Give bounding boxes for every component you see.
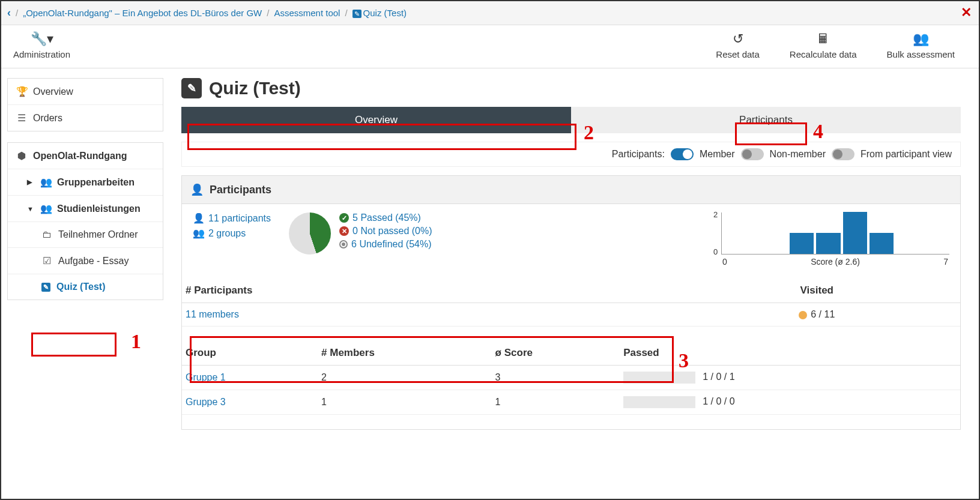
administration-button[interactable]: 🔧▾ Administration — [13, 31, 70, 59]
tab-participants[interactable]: Participants — [571, 107, 961, 133]
col-visited: Visited — [674, 279, 960, 303]
legend-passed-text: 5 Passed (45%) — [352, 212, 421, 223]
sidebar-course-label: OpenOlat-Rundgang — [33, 151, 127, 161]
members-cell: 1 — [318, 390, 492, 415]
back-chevron-icon[interactable]: ‹ — [7, 7, 11, 19]
recalculate-button[interactable]: 🖩 Recalculate data — [790, 31, 857, 59]
group-link[interactable]: Gruppe 1 — [186, 372, 226, 382]
sidebar-course-root[interactable]: ⬢ OpenOlat-Rundgang — [8, 143, 163, 169]
progress-bar — [623, 372, 695, 384]
participants-panel: 👤 Participants 👤 11 participants 👥 2 gro… — [181, 175, 961, 430]
members-link[interactable]: 11 members — [186, 309, 239, 319]
passed-cell: 1 / 0 / 1 — [620, 366, 960, 390]
sidebar-overview-label: Overview — [33, 86, 73, 97]
dot-icon — [339, 240, 348, 248]
bulk-label: Bulk assessment — [887, 49, 955, 59]
panel-title: Participants — [210, 184, 271, 196]
tabs: Overview Participants — [181, 107, 961, 133]
pencil-icon: ✎ — [41, 283, 50, 292]
sidebar-panel-tree: ⬢ OpenOlat-Rundgang ▶ 👥 Gruppenarbeiten … — [7, 142, 163, 300]
cube-icon: ⬢ — [16, 150, 27, 161]
ytick-top: 2 — [713, 210, 718, 219]
sidebar-quiz-label: Quiz (Test) — [56, 282, 105, 292]
filter-member-label: Member — [700, 149, 735, 160]
legend-undefined-text: 6 Undefined (54%) — [351, 239, 431, 250]
sidebar-overview[interactable]: 🏆 Overview — [8, 79, 163, 105]
table-row: 11 members 6 / 11 — [182, 303, 960, 327]
sidebar-gruppenarbeiten[interactable]: ▶ 👥 Gruppenarbeiten — [8, 169, 163, 196]
users-icon: 👥 — [193, 227, 205, 239]
xtick-right: 7 — [943, 257, 948, 267]
bulk-assessment-button[interactable]: 👥 Bulk assessment — [887, 31, 955, 59]
sidebar-orders-label: Orders — [33, 113, 62, 124]
bar — [870, 233, 894, 254]
x-axis-label: Score (ø 2.6) — [811, 257, 860, 267]
user-icon: 👤 — [190, 183, 204, 196]
toggle-fromview[interactable] — [832, 148, 854, 160]
legend-passed[interactable]: ✓ 5 Passed (45%) — [339, 212, 432, 223]
table-row: Gruppe 3111 / 0 / 0 — [182, 390, 960, 415]
participants-table: # Participants Visited 11 members 6 / 11 — [182, 279, 960, 327]
tab-overview[interactable]: Overview — [181, 107, 571, 133]
col-passed: Passed — [620, 341, 960, 366]
filter-label: Participants: — [612, 149, 665, 160]
reset-data-button[interactable]: ↺ Reset data — [716, 31, 760, 59]
legend-notpassed[interactable]: ✕ 0 Not passed (0%) — [339, 226, 432, 236]
progress-bar — [623, 396, 695, 408]
recalc-label: Recalculate data — [790, 49, 857, 59]
main-layout: 🏆 Overview ☰ Orders ⬢ OpenOlat-Rundgang … — [1, 68, 979, 451]
score-bar-chart: 2 0 0 Score (ø 2.6) 7 — [721, 212, 949, 267]
score-cell: 3 — [492, 366, 620, 390]
sidebar-orders[interactable]: ☰ Orders — [8, 105, 163, 131]
groups-count-text: 2 groups — [208, 228, 246, 239]
filter-nonmember-label: Non-member — [770, 149, 826, 160]
pie-legend: ✓ 5 Passed (45%) ✕ 0 Not passed (0%) 6 U… — [339, 212, 432, 250]
list-icon: ☰ — [16, 112, 27, 124]
bar — [843, 212, 867, 254]
participant-filters: Participants: Member Non-member From par… — [181, 142, 961, 167]
pass-pie-chart — [289, 212, 331, 255]
main-content: ✎ Quiz (Test) Overview Participants Part… — [181, 78, 973, 442]
breadcrumb-sep: / — [267, 8, 269, 18]
page-title: ✎ Quiz (Test) — [181, 78, 961, 98]
legend-undefined[interactable]: 6 Undefined (54%) — [339, 239, 432, 250]
breadcrumb-sep: / — [16, 8, 18, 18]
x-axis: 0 Score (ø 2.6) 7 — [721, 257, 949, 267]
sidebar-studienleistungen[interactable]: ▼ 👥 Studienleistungen — [8, 196, 163, 222]
legend-notpassed-text: 0 Not passed (0%) — [352, 226, 432, 236]
reset-label: Reset data — [716, 49, 760, 59]
toggle-nonmember[interactable] — [741, 148, 764, 160]
status-dot-icon — [799, 311, 807, 319]
passed-cell: 1 / 0 / 0 — [620, 390, 960, 415]
sidebar-study-label: Studienleistungen — [57, 203, 141, 214]
col-group: Group — [182, 341, 318, 366]
breadcrumb-quiz[interactable]: ✎Quiz (Test) — [352, 8, 407, 18]
col-members: # Members — [318, 341, 492, 366]
sidebar-aufgabe-essay[interactable]: ☑ Aufgabe - Essay — [8, 248, 163, 274]
sidebar-essay-label: Aufgabe - Essay — [58, 256, 129, 267]
group-icon: 👥 — [40, 203, 51, 214]
bar-area: 2 0 — [721, 212, 949, 255]
pencil-icon: ✎ — [181, 78, 202, 98]
administration-label: Administration — [13, 49, 70, 59]
users-icon: 👥 — [913, 31, 929, 47]
breadcrumb-course[interactable]: „OpenOlat-Rundgang" – Ein Angebot des DL… — [23, 8, 262, 18]
breadcrumb-quiz-label: Quiz (Test) — [363, 8, 407, 18]
group-link[interactable]: Gruppe 3 — [186, 397, 226, 407]
group-icon: 👥 — [40, 176, 51, 188]
participants-count-link[interactable]: 👤 11 participants — [193, 212, 271, 224]
groups-table: Group # Members ø Score Passed Gruppe 12… — [182, 341, 960, 415]
xtick-left: 0 — [722, 257, 727, 267]
col-participants: # Participants — [182, 279, 674, 303]
breadcrumb: ‹ / „OpenOlat-Rundgang" – Ein Angebot de… — [7, 7, 407, 19]
toggle-member[interactable] — [671, 148, 694, 160]
breadcrumb-tool[interactable]: Assessment tool — [274, 8, 340, 18]
score-cell: 1 — [492, 390, 620, 415]
groups-count-link[interactable]: 👥 2 groups — [193, 227, 271, 239]
breadcrumb-sep: / — [345, 8, 347, 18]
sidebar-teilnehmer-ordner[interactable]: 🗀 Teilnehmer Ordner — [8, 222, 163, 248]
sidebar-quiz-test[interactable]: ✎ Quiz (Test) — [8, 274, 163, 300]
sidebar-panel-nav: 🏆 Overview ☰ Orders — [7, 78, 163, 131]
sidebar: 🏆 Overview ☰ Orders ⬢ OpenOlat-Rundgang … — [7, 78, 163, 442]
close-icon[interactable]: ✕ — [961, 5, 972, 20]
